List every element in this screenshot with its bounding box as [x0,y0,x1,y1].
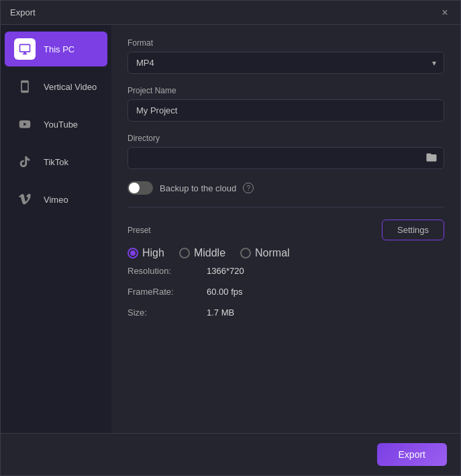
directory-input-wrapper [127,147,444,169]
sidebar-item-vimeo[interactable]: Vimeo [5,182,107,217]
preset-normal-radio[interactable] [240,248,251,258]
preset-header: Preset Settings [127,220,444,240]
title-bar: Export × [1,1,460,25]
tiktok-icon [14,151,36,173]
export-button[interactable]: Export [377,443,447,466]
sidebar: This PC Vertical Video YouTube [1,25,111,433]
window-title: Export [10,7,36,17]
sidebar-item-tiktok[interactable]: TikTok [5,144,107,179]
preset-normal-label: Normal [255,247,290,259]
project-name-input[interactable] [127,99,444,122]
settings-button[interactable]: Settings [382,220,444,240]
preset-normal-option[interactable]: Normal [240,247,290,259]
resolution-value: 1366*720 [207,266,444,276]
help-icon[interactable]: ? [243,183,254,193]
sidebar-item-youtube-label: YouTube [44,120,78,130]
preset-label: Preset [127,226,151,235]
sidebar-item-tiktok-label: TikTok [44,157,68,167]
size-key: Size: [127,307,201,318]
toggle-slider [127,181,153,195]
export-window: Export × This PC Vertical Video [0,0,461,476]
size-value: 1.7 MB [207,307,444,318]
resolution-key: Resolution: [127,266,201,276]
this-pc-icon [14,38,36,60]
close-button[interactable]: × [439,7,451,19]
folder-browse-button[interactable] [425,151,438,165]
backup-label: Backup to the cloud [160,183,236,193]
preset-middle-label: Middle [194,247,225,259]
info-grid: Resolution: 1366*720 FrameRate: 60.00 fp… [127,266,444,318]
main-panel: Format MP4 MOV AVI MKV ▾ Project Name [111,25,460,433]
content-area: This PC Vertical Video YouTube [1,25,460,433]
preset-middle-radio[interactable] [179,248,190,258]
directory-label: Directory [127,134,444,143]
sidebar-item-youtube[interactable]: YouTube [5,107,107,142]
preset-section: Preset Settings High Middle Normal [127,220,444,318]
preset-high-label: High [142,247,164,259]
preset-radio-group: High Middle Normal [127,247,444,259]
sidebar-item-vertical-video-label: Vertical Video [44,82,97,92]
sidebar-item-vertical-video[interactable]: Vertical Video [5,69,107,104]
preset-middle-option[interactable]: Middle [179,247,225,259]
format-group: Format MP4 MOV AVI MKV ▾ [127,38,444,74]
preset-high-option[interactable]: High [127,247,164,259]
footer: Export [1,433,460,475]
sidebar-item-this-pc-label: This PC [44,44,74,54]
directory-input[interactable] [127,147,444,169]
preset-high-radio[interactable] [127,248,138,258]
project-name-group: Project Name [127,86,444,122]
backup-row: Backup to the cloud ? [127,181,444,195]
youtube-icon [14,113,36,135]
project-name-label: Project Name [127,86,444,95]
framerate-key: FrameRate: [127,287,201,297]
format-select-wrapper: MP4 MOV AVI MKV ▾ [127,52,444,74]
backup-toggle[interactable] [127,181,153,195]
divider [127,207,444,207]
sidebar-item-vimeo-label: Vimeo [44,195,68,205]
vertical-video-icon [14,76,36,97]
framerate-value: 60.00 fps [207,287,444,297]
directory-group: Directory [127,134,444,169]
format-select[interactable]: MP4 MOV AVI MKV [127,52,444,74]
format-label: Format [127,38,444,48]
vimeo-icon [14,189,36,210]
sidebar-item-this-pc[interactable]: This PC [5,32,107,66]
